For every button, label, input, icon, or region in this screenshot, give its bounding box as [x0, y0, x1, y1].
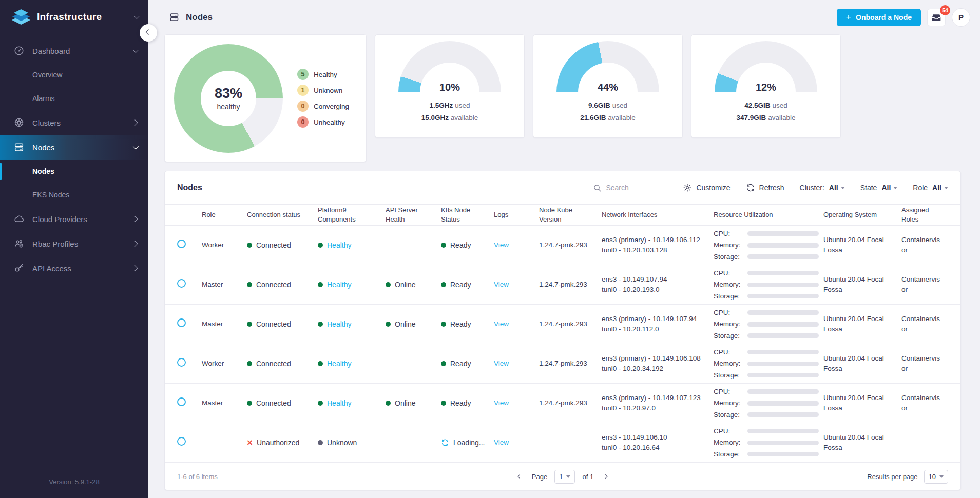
notifications-button[interactable]: 54: [927, 9, 946, 26]
utilization-label: Memory:: [714, 280, 747, 290]
sidebar-item-nodes-sub[interactable]: Nodes: [0, 160, 148, 183]
available-line: 21.6GiB available: [533, 112, 682, 124]
row-radio-button[interactable]: [177, 397, 186, 406]
refresh-button[interactable]: Refresh: [746, 183, 784, 192]
operating-system-cell: Ubuntu 20.04 Focal Fossa: [823, 235, 901, 255]
customize-button[interactable]: Customize: [683, 183, 730, 192]
legend-count-badge: 0: [297, 116, 309, 128]
table-title: Nodes: [177, 183, 593, 192]
utilization-row: Storage:: [714, 331, 818, 341]
logs-cell: View: [494, 240, 539, 250]
sidebar-item-overview[interactable]: Overview: [0, 63, 148, 87]
table-row: WorkerConnectedHealthyReadyView1.24.7-pm…: [165, 344, 960, 384]
table-row: MasterConnectedHealthyOnlineReadyView1.2…: [165, 305, 960, 344]
platform9-components-cell-link[interactable]: Healthy: [327, 358, 351, 369]
status-dot-green: [318, 282, 323, 287]
platform9-components-cell: Healthy: [318, 240, 386, 250]
view-logs-link[interactable]: View: [494, 360, 509, 367]
sidebar-item-label: Nodes: [32, 143, 125, 152]
platform9-components-cell-link[interactable]: Healthy: [327, 398, 351, 408]
avatar[interactable]: P: [952, 8, 970, 27]
sidebar-item-cloud-providers[interactable]: Cloud Providers: [0, 207, 148, 231]
utilization-bar: [747, 412, 819, 417]
sidebar-item-clusters[interactable]: Clusters: [0, 110, 148, 135]
status-dot-green: [247, 361, 252, 366]
view-logs-link[interactable]: View: [494, 320, 509, 328]
utilization-label: Memory:: [714, 319, 747, 329]
sidebar-item-nodes[interactable]: Nodes: [0, 135, 148, 160]
role-filter-dropdown[interactable]: All: [932, 184, 948, 192]
search-box[interactable]: [593, 184, 667, 192]
search-input[interactable]: [606, 184, 667, 192]
logs-cell: View: [494, 280, 539, 290]
logs-cell: View: [494, 398, 539, 408]
cluster-filter-dropdown[interactable]: All: [829, 184, 845, 192]
platform9-components-cell-link[interactable]: Healthy: [327, 280, 351, 290]
infrastructure-logo-icon: [11, 9, 31, 25]
view-logs-link[interactable]: View: [494, 399, 509, 407]
utilization-row: CPU:: [714, 347, 818, 357]
platform9-components-cell: Healthy: [318, 398, 386, 408]
chevron-right-icon: [132, 265, 138, 271]
utilization-bar: [747, 254, 819, 259]
onboard-node-button[interactable]: + Onboard a Node: [837, 9, 921, 26]
sidebar-nav: Dashboard Overview Alarms Clusters Nodes…: [0, 34, 148, 469]
row-radio-button[interactable]: [177, 279, 186, 288]
kube-version-cell: 1.24.7-pmk.293: [539, 358, 602, 369]
caret-down-icon: [944, 187, 948, 189]
platform9-components-cell-link[interactable]: Healthy: [327, 319, 351, 329]
results-per-page-select[interactable]: 10: [924, 470, 948, 484]
sidebar-item-rbac-profiles[interactable]: Rbac Profiles: [0, 231, 148, 256]
utilization-row: Storage:: [714, 410, 818, 420]
app-title: Infrastructure: [37, 11, 128, 23]
gauge-percentage: 10%: [398, 82, 501, 92]
status-dot-green: [386, 282, 391, 287]
row-radio-button[interactable]: [177, 358, 186, 367]
toolbar-controls: Customize Refresh Cluster: All State: [593, 183, 948, 192]
k8s-node-status-cell: Ready: [441, 398, 494, 408]
sidebar-collapse-button[interactable]: [140, 24, 157, 42]
interface-line: ens3 - 10.149.107.94: [602, 274, 708, 285]
status-dot-green: [441, 401, 446, 406]
next-page-button[interactable]: [601, 471, 612, 482]
k8s-node-status-cell-text: Ready: [450, 280, 471, 290]
api-server-health-cell: Online: [386, 280, 441, 290]
row-select-cell: [177, 240, 202, 251]
caret-down-icon: [939, 475, 944, 478]
sidebar-item-alarms[interactable]: Alarms: [0, 87, 148, 110]
connection-status-cell-text: Unauthorized: [257, 437, 299, 448]
view-logs-link[interactable]: View: [494, 281, 509, 288]
row-radio-button[interactable]: [177, 240, 186, 248]
refresh-icon: [746, 183, 755, 192]
table-row: MasterConnectedHealthyOnlineReadyView1.2…: [165, 265, 960, 305]
row-select-cell: [177, 318, 202, 330]
row-radio-button[interactable]: [177, 437, 186, 446]
gauge-percentage: 12%: [715, 82, 817, 92]
previous-page-button[interactable]: [513, 471, 525, 482]
network-interfaces-cell: ens3 (primary) - 10.149.106.112tunl0 - 1…: [602, 235, 714, 255]
page-select[interactable]: 1: [554, 470, 575, 484]
interface-line: ens3 (primary) - 10.149.106.112: [602, 235, 708, 245]
utilization-label: Memory:: [714, 398, 747, 408]
gauge-card-0: 10%1.5GHz used15.0GHz available: [375, 34, 525, 138]
kube-version-cell: 1.24.7-pmk.293: [539, 240, 602, 250]
api-server-health-cell: Online: [386, 319, 441, 329]
interface-line: ens3 (primary) - 10.149.106.108: [602, 353, 708, 364]
platform9-components-cell-link[interactable]: Healthy: [327, 240, 351, 250]
platform9-components-cell: Healthy: [318, 358, 386, 369]
view-logs-link[interactable]: View: [494, 439, 509, 446]
interface-line: tunl0 - 10.20.193.0: [602, 285, 708, 295]
table-body: WorkerConnectedHealthyReadyView1.24.7-pm…: [165, 226, 960, 463]
chevron-down-icon[interactable]: [134, 13, 140, 19]
sidebar-item-dashboard[interactable]: Dashboard: [0, 38, 148, 63]
caret-down-icon: [893, 187, 897, 189]
state-filter-dropdown[interactable]: All: [881, 184, 897, 192]
platform9-components-cell: Healthy: [318, 319, 386, 329]
sidebar-item-eks-nodes[interactable]: EKS Nodes: [0, 183, 148, 207]
sidebar-item-api-access[interactable]: API Access: [0, 256, 148, 281]
view-logs-link[interactable]: View: [494, 241, 509, 249]
connection-status-cell-text: Connected: [256, 319, 291, 329]
row-radio-button[interactable]: [177, 318, 186, 327]
api-server-health-cell-text: Online: [395, 398, 415, 408]
filter-label: State: [860, 184, 877, 192]
